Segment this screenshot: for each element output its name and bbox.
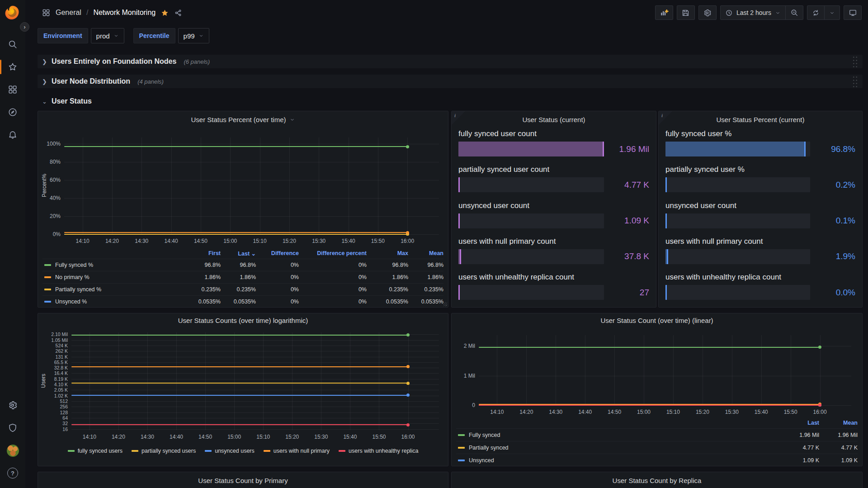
row-user-node-distribution[interactable]: ❯ User Node Distribution (4 panels) xyxy=(38,75,863,88)
legend-column-header[interactable]: Mean xyxy=(819,420,858,426)
time-range-button[interactable]: Last 2 hours xyxy=(721,6,785,19)
series-line-users-with-unhealthy-replica xyxy=(479,405,820,406)
breadcrumb: General / Network Monitoring xyxy=(42,8,183,17)
legend-series-label[interactable]: Unsynced xyxy=(456,457,776,464)
refresh-button[interactable] xyxy=(807,6,824,19)
save-dashboard-button[interactable] xyxy=(677,5,695,20)
active-indicator xyxy=(0,60,1,74)
breadcrumb-folder[interactable]: General xyxy=(56,9,81,17)
favorite-star-icon[interactable] xyxy=(160,9,169,17)
panel-title-menu[interactable]: User Status Count by Replica xyxy=(452,472,862,488)
sidebar-item-server-admin[interactable] xyxy=(0,417,25,439)
gauge-line: 0.1% xyxy=(665,213,855,228)
cycle-view-mode-button[interactable] xyxy=(844,5,862,20)
dashboard-grid-icon[interactable] xyxy=(42,8,51,17)
gauge-label: users with null primary count xyxy=(458,237,649,246)
legend-column-header[interactable]: Last ⌄ xyxy=(221,250,256,257)
gridline xyxy=(205,332,206,430)
row-user-status[interactable]: ⌄ User Status xyxy=(38,95,863,108)
gauge-row: partially synced user count4.77 K xyxy=(458,165,649,193)
legend-series-label[interactable]: Partially synced % xyxy=(42,286,180,293)
chevron-right-icon: ❯ xyxy=(42,78,47,85)
apps-grid-icon xyxy=(8,85,18,95)
refresh-interval-dropdown[interactable] xyxy=(825,6,840,19)
series-name: Partially synced % xyxy=(55,286,101,293)
series-color-swatch xyxy=(44,276,51,278)
sidebar-item-help[interactable]: ? xyxy=(0,462,25,484)
legend-column-header[interactable]: Difference xyxy=(256,250,299,256)
compass-icon xyxy=(8,107,18,117)
row-title: Users Entirely on Foundation Nodes xyxy=(52,57,176,66)
gauge-value: 27 xyxy=(604,288,649,298)
row-users-entirely-on-foundation-nodes[interactable]: ❯ Users Entirely on Foundation Nodes (6 … xyxy=(38,55,863,68)
sidebar-item-configuration[interactable] xyxy=(0,394,25,417)
sidebar-expand-button[interactable]: › xyxy=(20,22,29,32)
add-panel-button[interactable] xyxy=(655,5,673,20)
variable-value-dropdown[interactable]: prod xyxy=(91,28,124,43)
series-name: Fully synced % xyxy=(55,262,93,268)
grafana-dashboard: ? › General / Network Monitoring xyxy=(0,0,868,488)
row-drag-handle[interactable] xyxy=(852,56,858,68)
legend-series-label[interactable]: Fully synced % xyxy=(42,262,180,268)
variable-percentile: Percentile p99 xyxy=(133,28,209,43)
legend-series-label[interactable]: No primary % xyxy=(42,274,180,280)
legend-item[interactable]: fully synced users xyxy=(68,448,123,454)
legend-item[interactable]: users with unhealthy replica xyxy=(339,448,418,454)
series-color-swatch xyxy=(264,450,270,452)
panel-info-icon[interactable]: i xyxy=(452,111,465,125)
sidebar-item-search[interactable] xyxy=(0,33,25,56)
legend-value: 1.86% xyxy=(221,274,256,280)
series-end-dot xyxy=(406,145,409,148)
grafana-logo-icon[interactable] xyxy=(4,4,21,21)
legend-item[interactable]: unsynced users xyxy=(205,448,255,454)
y-axis-tick-label: 1.05 Mil xyxy=(38,337,68,343)
legend-column-header[interactable]: Difference percent xyxy=(299,250,367,256)
row-title: User Status xyxy=(52,97,92,105)
sidebar-item-dashboards[interactable] xyxy=(0,78,25,101)
gridline xyxy=(142,137,142,234)
legend-series-label[interactable]: Fully synced xyxy=(456,432,776,438)
legend-column-header[interactable]: Mean xyxy=(408,250,443,256)
dashboard-settings-button[interactable] xyxy=(698,5,717,20)
gauge-line: 4.77 K xyxy=(458,177,649,192)
series-end-dot xyxy=(406,423,410,426)
panel-user-status-counts-logarithmic: User Status Counts (over time) logarithm… xyxy=(38,313,448,466)
series-line-No-primary-% xyxy=(64,232,407,233)
panel-title-menu[interactable]: User Status Count by Primary xyxy=(38,472,448,488)
legend-series-label[interactable]: Unsynced % xyxy=(42,298,180,305)
legend-column-header[interactable]: Last xyxy=(776,420,819,426)
legend-series-label[interactable]: Partially synced xyxy=(456,445,776,451)
variable-value-dropdown[interactable]: p99 xyxy=(178,28,209,43)
sidebar-item-explore[interactable] xyxy=(0,101,25,123)
sidebar-item-alerting[interactable] xyxy=(0,123,25,146)
variable-label[interactable]: Percentile xyxy=(133,28,175,43)
x-axis-tick-label: 14:30 xyxy=(549,409,562,415)
legend-value: 0.0535% xyxy=(367,298,408,305)
sidebar-item-profile[interactable] xyxy=(0,439,25,462)
x-axis-tick-label: 15:50 xyxy=(372,434,386,440)
x-axis-tick-label: 14:40 xyxy=(165,238,178,244)
legend-value: 0% xyxy=(256,286,299,293)
legend-row: Unsynced %0.0535%0.0535%0%0%0.0535%0.053… xyxy=(42,295,443,308)
zoom-out-time-button[interactable] xyxy=(786,6,803,19)
sidebar-item-starred[interactable] xyxy=(0,56,25,78)
gridline xyxy=(71,407,439,407)
gauge-row: unsynced user count0.1% xyxy=(665,201,855,229)
panel-title-menu[interactable]: User Status Percent (current) xyxy=(659,111,862,128)
legend-item[interactable]: partially synced users xyxy=(132,448,196,454)
share-icon[interactable] xyxy=(174,9,183,17)
gridline xyxy=(71,340,439,341)
row-drag-handle[interactable] xyxy=(852,76,858,88)
legend-column-header[interactable]: First xyxy=(180,250,221,256)
breadcrumb-dashboard-title[interactable]: Network Monitoring xyxy=(93,9,156,17)
panel-title-menu[interactable]: User Status (current) xyxy=(452,111,656,128)
panel-resize-handle[interactable] xyxy=(443,302,447,306)
legend-item[interactable]: users with null primary xyxy=(264,448,330,454)
gauge-fill xyxy=(458,213,460,228)
gridline xyxy=(64,198,439,199)
panel-info-icon[interactable]: i xyxy=(659,111,672,125)
gridline xyxy=(292,332,292,430)
gauge-label: unsynced user count xyxy=(458,201,649,210)
legend-column-header[interactable]: Max xyxy=(367,250,408,256)
variable-label[interactable]: Environment xyxy=(38,28,88,43)
